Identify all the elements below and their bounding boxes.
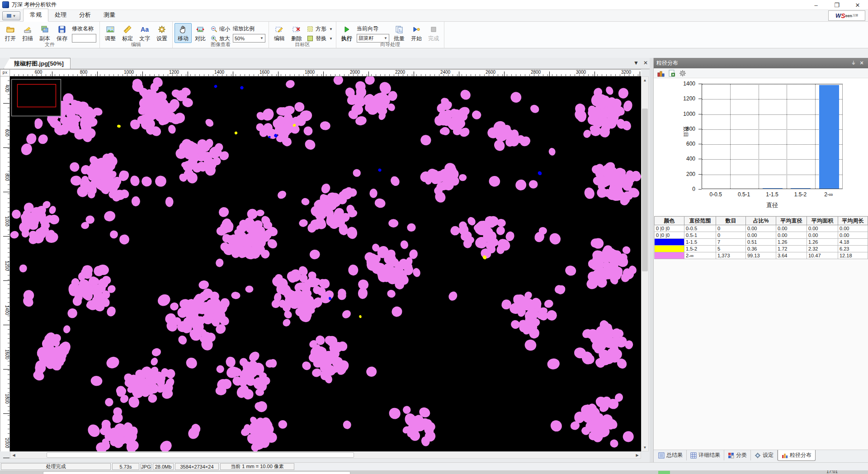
table-cell: 1.72 [776, 246, 807, 252]
ribbon-tab-row: ▼ 常规 处理 分析 测量 WSeen万深 [0, 10, 868, 22]
minimize-button[interactable]: – [806, 0, 826, 10]
horizontal-scroll-thumb[interactable] [47, 452, 354, 458]
group-label-region: 目标区 [269, 41, 336, 48]
horizontal-ruler: 6008001000120014001600180020002200240026… [10, 69, 641, 76]
table-header: 平均直径 [776, 217, 807, 225]
vertical-scroll-thumb[interactable] [642, 109, 648, 271]
close-icon[interactable]: ✕ [858, 60, 866, 66]
table-cell-color [655, 246, 684, 252]
ruler-tick [3, 325, 9, 325]
text-button[interactable]: Aa 文字 [136, 23, 153, 43]
table-row[interactable]: 0 |0 |00-0.500.000.000.000.00 [655, 225, 868, 232]
wseen-logo: WSeen万深 [828, 10, 865, 21]
finish-button[interactable]: 完成 [425, 23, 442, 43]
ruler-tick-label: 800 [5, 172, 9, 183]
chart-y-tick [698, 189, 702, 190]
calibrate-button[interactable]: 标定 [119, 23, 136, 43]
close-button[interactable]: ✕ [847, 0, 868, 10]
panel-splitter[interactable] [650, 58, 653, 462]
scan-button[interactable]: 扫描 [19, 23, 36, 43]
doc-tab-list-button[interactable]: ▼ [633, 60, 639, 66]
ruler-tick-label: 800 [80, 70, 88, 75]
chart-y-tick-label: 200 [654, 171, 695, 177]
scroll-up-icon[interactable]: ▲ [642, 77, 648, 84]
scroll-right-icon[interactable]: ▶ [634, 452, 641, 458]
scroll-down-icon[interactable]: ▼ [642, 444, 648, 451]
edit-region-button[interactable]: 编辑 [271, 23, 288, 43]
gridline [759, 84, 759, 189]
chart-icon[interactable] [657, 70, 665, 77]
chart-y-tick [698, 174, 702, 175]
scroll-left-icon[interactable]: ◀ [10, 452, 17, 458]
ruler-tick-label: 1200 [5, 261, 9, 271]
zoom-out-icon [210, 25, 217, 33]
square-region-button[interactable]: 方形 ▼ [307, 25, 333, 33]
zoom-ratio-stack: 缩放比例 50% ▼ [233, 23, 265, 43]
batch-pages-icon: 1₂ [395, 25, 404, 34]
table-cell: 0.00 [838, 232, 868, 239]
ruler-tick-label: 2400 [440, 70, 450, 75]
compare-button[interactable]: 对比 [192, 23, 209, 43]
table-row[interactable]: 1.5-250.361.722.326.23 [655, 246, 868, 252]
tab-changgui[interactable]: 常规 [23, 9, 48, 22]
tab-details[interactable]: 详细结果 [687, 450, 724, 460]
zoom-out-button[interactable]: 缩小 [210, 25, 230, 33]
tab-classify[interactable]: 分类 [724, 450, 751, 460]
export-excel-icon[interactable] [668, 70, 675, 77]
settings-gear-icon [157, 25, 166, 34]
statistics-table: 颜色直径范围数目占比%平均直径平均面积平均周长 0 |0 |00-0.500.0… [654, 216, 868, 259]
ribbon-group-edit: 调整 标定 Aa 文字 设置 编辑 [100, 22, 173, 48]
chevron-down-icon: ▼ [13, 14, 16, 18]
chart-y-tick [698, 114, 702, 114]
open-button[interactable]: 打开 [2, 23, 19, 43]
taskbar-item [43, 471, 350, 474]
adjust-button[interactable]: 调整 [102, 23, 119, 43]
tab-fenxi[interactable]: 分析 [73, 9, 97, 21]
run-button[interactable]: 执行 [338, 23, 355, 43]
chart-bar [819, 85, 839, 189]
settings-gear-icon[interactable] [679, 70, 686, 77]
taskbar-accent [658, 471, 670, 474]
ruler-tick-label: 400 [5, 83, 9, 94]
app-menu-button[interactable]: ▼ [2, 11, 20, 20]
save-button[interactable]: 保存 [53, 23, 71, 43]
ribbon-group-wizard: 执行 当前向导 甜菜籽 ▼ 1₂ 批量 开始 [336, 22, 444, 48]
table-row[interactable]: 0 |0 |00.5-100.000.000.000.00 [655, 232, 868, 239]
delete-region-button[interactable]: 删除 [288, 23, 305, 43]
batch-button[interactable]: 1₂ 批量 [391, 23, 408, 43]
status-file-size: 28.0Mb [153, 463, 174, 470]
seed-image-canvas[interactable] [10, 76, 641, 451]
table-cell: 0.00 [838, 225, 868, 232]
tab-chuli[interactable]: 处理 [48, 9, 73, 21]
table-header: 直径范围 [684, 217, 716, 225]
document-tab[interactable]: 辣椒籽图.jpg[50%] [4, 58, 71, 69]
table-cell: 12.18 [838, 252, 868, 259]
tab-celiang[interactable]: 测量 [97, 9, 122, 21]
table-cell: 0.00 [746, 232, 776, 239]
table-cell-color [655, 252, 684, 259]
pin-icon[interactable]: ⏚ [849, 60, 858, 66]
vertical-scrollbar[interactable]: ▲ ▼ [641, 76, 649, 451]
table-row[interactable]: 2-∞1,37399.133.6410.4712.18 [655, 252, 868, 259]
pan-button[interactable]: 移动 [175, 23, 192, 43]
table-cell: 6.23 [838, 246, 868, 252]
copy-image-icon [40, 25, 49, 34]
maximize-button[interactable]: ❐ [826, 0, 847, 10]
panel-header: 粒径分布 ⏚ ✕ [654, 58, 868, 68]
tab-size-distribution[interactable]: 粒径分布 [778, 450, 816, 461]
table-row[interactable]: 1-1.570.511.261.264.18 [655, 239, 868, 246]
status-scale-calibration: 当前 1 mm = 10.00 像素 [220, 463, 294, 470]
ribbon-group-view: 移动 对比 缩小 放大 缩放比例 [173, 22, 269, 48]
panel-tab-bar: 总结果 详细结果 分类 设定 粒径分布 [654, 450, 868, 462]
chart-y-tick-label: 0 [654, 186, 695, 192]
tab-settings[interactable]: 设定 [751, 450, 778, 460]
duplicate-button[interactable]: 副本 [36, 23, 53, 43]
tab-summary[interactable]: 总结果 [655, 450, 687, 460]
start-button[interactable]: 开始 [408, 23, 425, 43]
doc-tab-close-button[interactable]: ✕ [643, 60, 648, 66]
chart-x-tick-label: 2-∞ [815, 191, 843, 198]
settings-button[interactable]: 设置 [153, 23, 170, 43]
table-cell: 3.64 [776, 252, 807, 259]
horizontal-scrollbar[interactable]: ◀ ▶ [10, 451, 641, 459]
table-cell: 99.13 [746, 252, 776, 259]
